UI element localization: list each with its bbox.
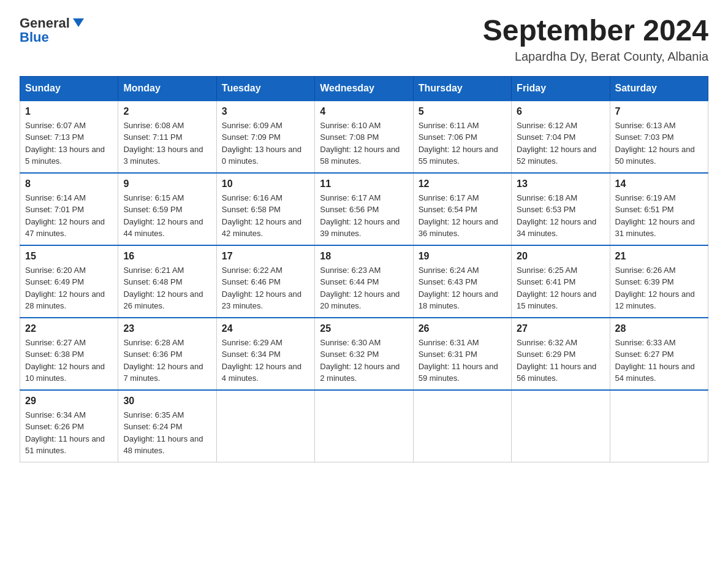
calendar-day-cell: 3 Sunrise: 6:09 AM Sunset: 7:09 PM Dayli… (216, 101, 314, 173)
day-info: Sunrise: 6:32 AM Sunset: 6:29 PM Dayligh… (517, 337, 604, 385)
calendar-week-row: 8 Sunrise: 6:14 AM Sunset: 7:01 PM Dayli… (20, 173, 708, 245)
day-number: 30 (123, 396, 211, 407)
calendar-day-cell (413, 390, 511, 462)
header-sunday: Sunday (20, 76, 118, 101)
day-number: 29 (25, 396, 113, 407)
header-saturday: Saturday (610, 76, 708, 101)
day-number: 19 (419, 251, 506, 262)
day-number: 6 (517, 106, 604, 117)
calendar-week-row: 29 Sunrise: 6:34 AM Sunset: 6:26 PM Dayl… (20, 390, 708, 462)
calendar-day-cell: 30 Sunrise: 6:35 AM Sunset: 6:24 PM Dayl… (118, 390, 216, 462)
calendar-day-cell (610, 390, 708, 462)
day-number: 22 (25, 323, 113, 334)
day-info: Sunrise: 6:27 AM Sunset: 6:38 PM Dayligh… (25, 337, 113, 385)
calendar-day-cell (216, 390, 314, 462)
page-header: General Blue September 2024 Lapardha Dy,… (20, 15, 708, 64)
day-number: 25 (320, 323, 408, 334)
day-info: Sunrise: 6:21 AM Sunset: 6:48 PM Dayligh… (123, 264, 211, 312)
day-info: Sunrise: 6:30 AM Sunset: 6:32 PM Dayligh… (320, 337, 408, 385)
calendar-week-row: 15 Sunrise: 6:20 AM Sunset: 6:49 PM Dayl… (20, 245, 708, 318)
logo-blue: Blue (20, 29, 49, 45)
day-info: Sunrise: 6:07 AM Sunset: 7:13 PM Dayligh… (25, 120, 113, 167)
header-monday: Monday (118, 76, 216, 101)
day-number: 27 (517, 323, 604, 334)
day-info: Sunrise: 6:14 AM Sunset: 7:01 PM Dayligh… (25, 192, 113, 240)
day-info: Sunrise: 6:34 AM Sunset: 6:26 PM Dayligh… (25, 409, 113, 457)
day-info: Sunrise: 6:25 AM Sunset: 6:41 PM Dayligh… (517, 264, 604, 312)
day-info: Sunrise: 6:18 AM Sunset: 6:53 PM Dayligh… (517, 192, 604, 240)
day-number: 14 (615, 178, 703, 190)
calendar-day-cell (512, 390, 610, 462)
calendar-day-cell: 14 Sunrise: 6:19 AM Sunset: 6:51 PM Dayl… (610, 173, 708, 245)
calendar-day-cell: 25 Sunrise: 6:30 AM Sunset: 6:32 PM Dayl… (315, 318, 413, 390)
day-number: 3 (222, 106, 309, 117)
day-number: 1 (25, 106, 113, 117)
calendar-day-cell: 22 Sunrise: 6:27 AM Sunset: 6:38 PM Dayl… (20, 318, 118, 390)
calendar-week-row: 22 Sunrise: 6:27 AM Sunset: 6:38 PM Dayl… (20, 318, 708, 390)
calendar-day-cell: 29 Sunrise: 6:34 AM Sunset: 6:26 PM Dayl… (20, 390, 118, 462)
day-info: Sunrise: 6:33 AM Sunset: 6:27 PM Dayligh… (615, 337, 703, 385)
day-number: 28 (615, 323, 703, 334)
day-info: Sunrise: 6:15 AM Sunset: 6:59 PM Dayligh… (123, 192, 211, 240)
calendar-day-cell: 23 Sunrise: 6:28 AM Sunset: 6:36 PM Dayl… (118, 318, 216, 390)
day-info: Sunrise: 6:13 AM Sunset: 7:03 PM Dayligh… (615, 120, 703, 167)
day-info: Sunrise: 6:16 AM Sunset: 6:58 PM Dayligh… (222, 192, 309, 240)
day-info: Sunrise: 6:09 AM Sunset: 7:09 PM Dayligh… (222, 120, 309, 167)
title-block: September 2024 Lapardha Dy, Berat County… (483, 15, 708, 64)
day-info: Sunrise: 6:24 AM Sunset: 6:43 PM Dayligh… (419, 264, 506, 312)
calendar-day-cell: 9 Sunrise: 6:15 AM Sunset: 6:59 PM Dayli… (118, 173, 216, 245)
calendar-day-cell: 21 Sunrise: 6:26 AM Sunset: 6:39 PM Dayl… (610, 245, 708, 318)
day-number: 5 (419, 106, 506, 117)
logo-arrow-icon (72, 16, 85, 29)
day-number: 4 (320, 106, 408, 117)
svg-marker-0 (73, 18, 84, 27)
day-number: 21 (615, 251, 703, 262)
day-number: 8 (25, 178, 113, 190)
calendar-day-cell: 28 Sunrise: 6:33 AM Sunset: 6:27 PM Dayl… (610, 318, 708, 390)
header-tuesday: Tuesday (216, 76, 314, 101)
header-wednesday: Wednesday (315, 76, 413, 101)
day-info: Sunrise: 6:23 AM Sunset: 6:44 PM Dayligh… (320, 264, 408, 312)
calendar-day-cell: 15 Sunrise: 6:20 AM Sunset: 6:49 PM Dayl… (20, 245, 118, 318)
calendar-header-row: Sunday Monday Tuesday Wednesday Thursday… (20, 76, 708, 101)
day-info: Sunrise: 6:12 AM Sunset: 7:04 PM Dayligh… (517, 120, 604, 167)
location-subtitle: Lapardha Dy, Berat County, Albania (483, 50, 708, 64)
day-info: Sunrise: 6:08 AM Sunset: 7:11 PM Dayligh… (123, 120, 211, 167)
day-info: Sunrise: 6:28 AM Sunset: 6:36 PM Dayligh… (123, 337, 211, 385)
day-number: 13 (517, 178, 604, 190)
day-number: 15 (25, 251, 113, 262)
day-info: Sunrise: 6:11 AM Sunset: 7:06 PM Dayligh… (419, 120, 506, 167)
calendar-day-cell: 13 Sunrise: 6:18 AM Sunset: 6:53 PM Dayl… (512, 173, 610, 245)
day-number: 7 (615, 106, 703, 117)
day-number: 18 (320, 251, 408, 262)
day-info: Sunrise: 6:17 AM Sunset: 6:54 PM Dayligh… (419, 192, 506, 240)
day-info: Sunrise: 6:35 AM Sunset: 6:24 PM Dayligh… (123, 409, 211, 457)
day-info: Sunrise: 6:29 AM Sunset: 6:34 PM Dayligh… (222, 337, 309, 385)
calendar-week-row: 1 Sunrise: 6:07 AM Sunset: 7:13 PM Dayli… (20, 101, 708, 173)
day-number: 2 (123, 106, 211, 117)
calendar-day-cell: 24 Sunrise: 6:29 AM Sunset: 6:34 PM Dayl… (216, 318, 314, 390)
day-info: Sunrise: 6:31 AM Sunset: 6:31 PM Dayligh… (419, 337, 506, 385)
calendar-day-cell: 26 Sunrise: 6:31 AM Sunset: 6:31 PM Dayl… (413, 318, 511, 390)
day-number: 26 (419, 323, 506, 334)
calendar-day-cell: 17 Sunrise: 6:22 AM Sunset: 6:46 PM Dayl… (216, 245, 314, 318)
day-number: 9 (123, 178, 211, 190)
day-number: 11 (320, 178, 408, 190)
day-number: 12 (419, 178, 506, 190)
calendar-day-cell: 7 Sunrise: 6:13 AM Sunset: 7:03 PM Dayli… (610, 101, 708, 173)
calendar-day-cell: 19 Sunrise: 6:24 AM Sunset: 6:43 PM Dayl… (413, 245, 511, 318)
calendar-day-cell: 16 Sunrise: 6:21 AM Sunset: 6:48 PM Dayl… (118, 245, 216, 318)
day-info: Sunrise: 6:20 AM Sunset: 6:49 PM Dayligh… (25, 264, 113, 312)
day-number: 20 (517, 251, 604, 262)
calendar-day-cell: 10 Sunrise: 6:16 AM Sunset: 6:58 PM Dayl… (216, 173, 314, 245)
day-number: 16 (123, 251, 211, 262)
day-number: 17 (222, 251, 309, 262)
calendar-day-cell: 27 Sunrise: 6:32 AM Sunset: 6:29 PM Dayl… (512, 318, 610, 390)
calendar-day-cell: 18 Sunrise: 6:23 AM Sunset: 6:44 PM Dayl… (315, 245, 413, 318)
header-friday: Friday (512, 76, 610, 101)
calendar-day-cell: 20 Sunrise: 6:25 AM Sunset: 6:41 PM Dayl… (512, 245, 610, 318)
day-info: Sunrise: 6:22 AM Sunset: 6:46 PM Dayligh… (222, 264, 309, 312)
calendar-day-cell: 11 Sunrise: 6:17 AM Sunset: 6:56 PM Dayl… (315, 173, 413, 245)
calendar-day-cell: 12 Sunrise: 6:17 AM Sunset: 6:54 PM Dayl… (413, 173, 511, 245)
calendar-day-cell: 6 Sunrise: 6:12 AM Sunset: 7:04 PM Dayli… (512, 101, 610, 173)
